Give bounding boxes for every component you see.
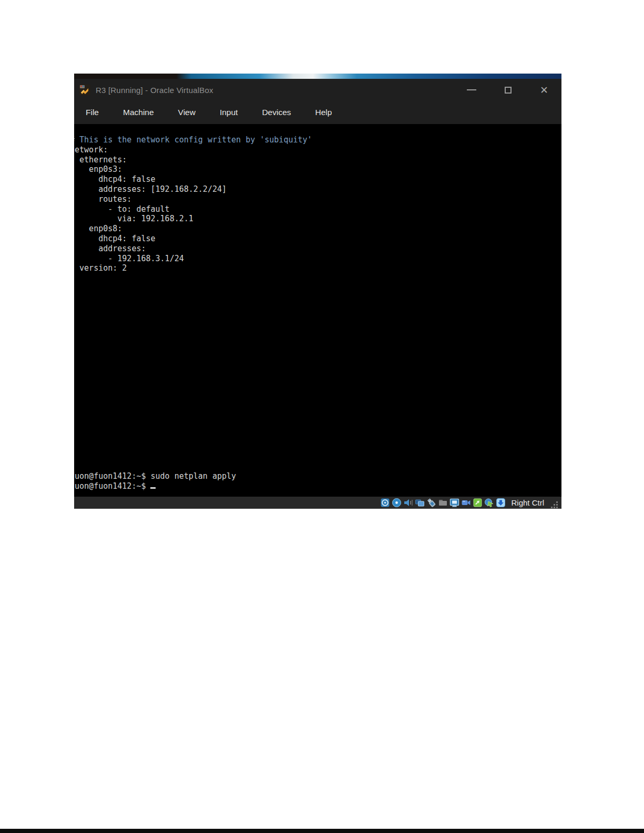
status-bar: Right Ctrl [74,497,561,509]
terminal-line: addresses: [192.168.2.2/24] [74,184,312,194]
virtualbox-logo-icon [79,84,90,96]
menu-item-input[interactable]: Input [220,108,238,117]
minimize-icon [467,89,476,90]
terminal-line: enp0s8: [74,224,312,234]
terminal-line: version: 2 [74,263,312,273]
usb-icon[interactable] [426,498,436,508]
maximize-icon [505,87,512,94]
terminal-line: - 192.168.3.1/24 [74,254,312,264]
optical-drives-icon[interactable] [392,498,402,508]
network-icon[interactable] [415,498,425,508]
terminal-screen[interactable]: # This is the network config written by … [74,124,561,497]
mouse-integration-icon[interactable] [484,498,494,508]
menu-item-view[interactable]: View [178,108,196,117]
shell-prompt-block: fuon@fuon1412:~$ sudo netplan apply fuon… [74,471,236,491]
host-key-label: Right Ctrl [511,498,544,507]
resize-grip[interactable] [551,501,558,508]
window-controls: ✕ [460,82,561,98]
menu-item-file[interactable]: File [86,108,99,117]
close-button[interactable]: ✕ [533,82,556,98]
window-title: R3 [Running] - Oracle VirtualBox [96,86,213,95]
minimize-button[interactable] [460,82,483,98]
terminal-line: dhcp4: false [74,174,312,184]
terminal-line: enp0s3: [74,164,312,174]
bottom-edge-bar [0,829,644,833]
maximize-button[interactable] [496,82,519,98]
features-icon[interactable] [473,498,483,508]
terminal-line: - to: default [74,204,312,214]
shell-command-line: fuon@fuon1412:~$ sudo netplan apply [74,471,236,481]
terminal-line: ethernets: [74,155,312,165]
close-icon: ✕ [540,85,548,95]
terminal-line: network: [74,145,312,155]
desktop-wallpaper-strip [74,74,561,79]
menu-item-machine[interactable]: Machine [123,108,154,117]
terminal-line: dhcp4: false [74,234,312,244]
shared-folders-icon[interactable] [438,498,448,508]
hard-disks-icon[interactable] [380,498,390,508]
netplan-config-output: # This is the network config written by … [74,135,312,273]
terminal-line: addresses: [74,244,312,254]
recording-icon[interactable] [461,498,471,508]
virtualbox-window: R3 [Running] - Oracle VirtualBox ✕ File … [74,74,561,509]
menu-item-devices[interactable]: Devices [262,108,291,117]
terminal-cursor [150,487,156,489]
audio-icon[interactable] [403,498,413,508]
titlebar[interactable]: R3 [Running] - Oracle VirtualBox ✕ [74,79,561,101]
terminal-line: via: 192.168.2.1 [74,214,312,224]
menu-bar: File Machine View Input Devices Help [74,101,561,124]
menu-item-help[interactable]: Help [315,108,332,117]
keyboard-host-key-icon[interactable] [496,498,506,508]
terminal-line: # This is the network config written by … [74,135,312,145]
shell-prompt-line: fuon@fuon1412:~$ [74,481,236,491]
display-icon[interactable] [449,498,459,508]
terminal-line: routes: [74,194,312,204]
